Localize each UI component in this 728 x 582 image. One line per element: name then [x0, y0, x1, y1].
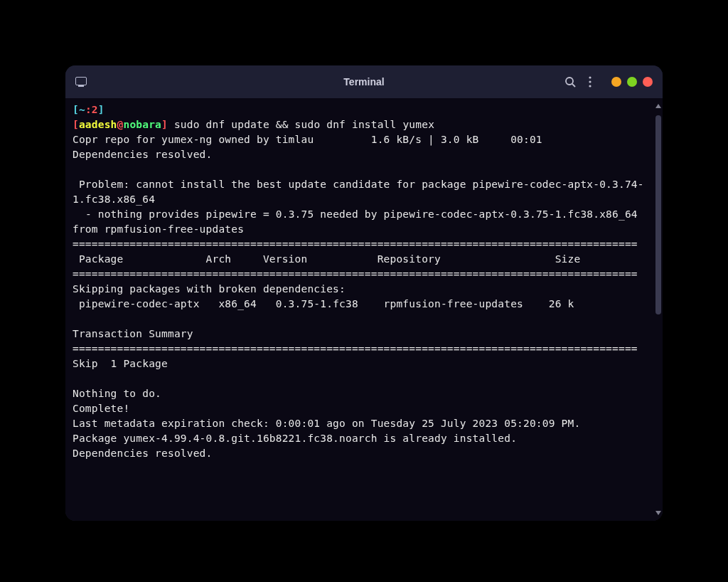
output-line: Transaction Summary — [73, 328, 193, 339]
kebab-menu-icon[interactable] — [589, 76, 592, 88]
svg-line-1 — [572, 84, 575, 87]
svg-point-3 — [589, 80, 591, 83]
app-icon[interactable] — [75, 77, 87, 87]
output-line: Copr repo for yumex-ng owned by timlau 1… — [73, 134, 542, 145]
svg-point-0 — [566, 78, 573, 85]
window-title: Terminal — [343, 76, 384, 88]
output-line: Skip 1 Package — [73, 358, 168, 369]
svg-point-2 — [589, 76, 591, 78]
output-table-row: pipewire-codec-aptx x86_64 0.3.75-1.fc38… — [73, 298, 574, 309]
prompt-cwd: ~ — [79, 104, 85, 115]
prompt-history: 2 — [92, 104, 98, 115]
output-line: Last metadata expiration check: 0:00:01 … — [73, 418, 580, 429]
prompt-host: nobara — [123, 119, 161, 130]
command-text: sudo dnf update && sudo dnf install yume… — [174, 119, 434, 130]
output-line: Problem: cannot install the best update … — [73, 179, 644, 205]
close-button[interactable] — [643, 77, 653, 87]
scroll-down-icon[interactable] — [655, 511, 661, 515]
scroll-up-icon[interactable] — [655, 104, 661, 108]
window-controls — [611, 77, 653, 87]
output-divider: ========================================… — [73, 238, 638, 250]
output-line: Skipping packages with broken dependenci… — [73, 283, 346, 295]
titlebar-right-controls — [564, 76, 653, 88]
minimize-button[interactable] — [611, 77, 621, 87]
output-line: Nothing to do. — [73, 388, 161, 399]
output-line: - nothing provides pipewire = 0.3.75 nee… — [73, 208, 644, 235]
output-line: Package yumex-4.99.4-0.8.git.16b8221.fc3… — [73, 433, 517, 444]
prompt-user: aadesh — [79, 119, 117, 130]
scrollbar-thumb[interactable] — [655, 115, 661, 314]
output-divider: ========================================… — [73, 268, 638, 280]
output-divider: ========================================… — [73, 343, 638, 354]
terminal-content[interactable]: [~:2] [aadesh@nobara] sudo dnf update &&… — [65, 98, 663, 521]
output-line: Complete! — [73, 403, 129, 414]
scrollbar[interactable] — [655, 101, 661, 518]
terminal-text: [~:2] [aadesh@nobara] sudo dnf update &&… — [73, 102, 657, 461]
maximize-button[interactable] — [627, 77, 637, 87]
svg-point-4 — [589, 85, 591, 87]
titlebar[interactable]: Terminal — [65, 65, 663, 98]
output-line: Dependencies resolved. — [73, 448, 212, 459]
terminal-window: Terminal [~:2] [aadesh@nobara] sudo dnf … — [65, 65, 663, 521]
search-icon[interactable] — [564, 76, 576, 88]
output-line: Dependencies resolved. — [73, 149, 212, 160]
output-table-header: Package Arch Version Repository Size — [73, 253, 580, 265]
